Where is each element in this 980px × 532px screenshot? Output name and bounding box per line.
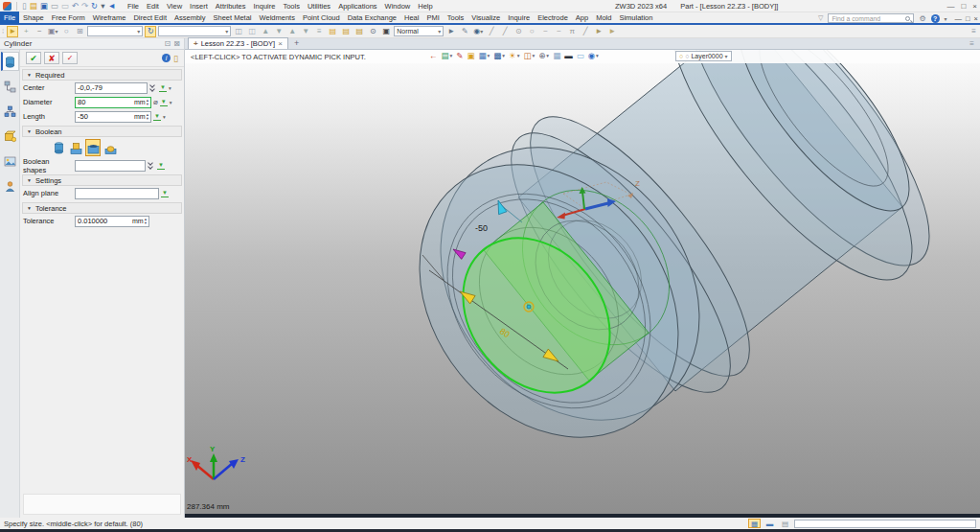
status-toggle-icon[interactable]: ▬ bbox=[763, 519, 776, 528]
close-button[interactable]: × bbox=[972, 2, 977, 11]
pick-caret-icon[interactable]: ▾ bbox=[170, 100, 172, 105]
ribbon-tab[interactable]: Visualize bbox=[467, 12, 504, 24]
pick-caret-icon[interactable]: ▾ bbox=[169, 85, 171, 91]
help-dropdown-caret-icon[interactable]: ▾ bbox=[945, 15, 947, 22]
restore-button[interactable]: □ bbox=[961, 2, 966, 11]
toolbar-icon[interactable]: ► bbox=[606, 26, 618, 37]
viewport-toolbar-icon[interactable]: ✎ bbox=[456, 51, 463, 60]
viewport-toolbar-icon[interactable]: ◫▾ bbox=[523, 51, 535, 60]
role-user-icon[interactable] bbox=[1, 176, 19, 196]
menu-item[interactable]: Inquire bbox=[250, 2, 280, 11]
report-page-icon[interactable]: ▯ bbox=[173, 54, 178, 63]
ok-button[interactable]: ✔ bbox=[26, 52, 41, 64]
qat-icon[interactable]: ◄ bbox=[107, 1, 115, 12]
ribbon-tab[interactable]: Tools bbox=[444, 12, 468, 24]
qat-icon[interactable]: ▤ bbox=[30, 1, 37, 12]
qat-icon[interactable]: ↷ bbox=[81, 1, 88, 12]
pick-caret-icon[interactable]: ▾ bbox=[163, 114, 166, 120]
toolbar-icon[interactable]: ▤ bbox=[353, 26, 365, 37]
toolbar-grip[interactable]: ⁞ bbox=[2, 27, 4, 35]
unfold-icon[interactable] bbox=[148, 161, 155, 171]
tolerance-input[interactable]: 0.010000 mm ▴▾ bbox=[75, 216, 149, 227]
menu-item[interactable]: Applications bbox=[334, 2, 380, 11]
history-combo[interactable]: ▾ bbox=[158, 26, 231, 36]
mdi-minimize-button[interactable]: — bbox=[955, 14, 963, 23]
toolbar-icon[interactable]: ⊙ bbox=[367, 26, 378, 37]
ribbon-tab[interactable]: File bbox=[0, 12, 19, 24]
boolean-intersect-button[interactable] bbox=[103, 139, 118, 156]
toolbar-icon[interactable]: ▼ bbox=[300, 26, 311, 37]
viewport-toolbar-icon[interactable]: ▭ bbox=[577, 51, 584, 60]
viewport-toolbar-icon[interactable]: ▬ bbox=[564, 51, 573, 60]
info-icon[interactable]: i bbox=[162, 54, 171, 62]
ribbon-tab[interactable]: App bbox=[572, 12, 592, 24]
diameter-symbol-icon[interactable]: ⌀ bbox=[153, 98, 158, 106]
toolbar-icon[interactable]: ○ bbox=[60, 26, 72, 37]
unfold-icon[interactable] bbox=[149, 83, 157, 93]
ribbon-tab[interactable]: Data Exchange bbox=[344, 12, 400, 24]
ribbon-tab[interactable]: PMI bbox=[422, 12, 443, 24]
viewport-toolbar-icon[interactable]: ▦ bbox=[553, 51, 560, 60]
ribbon-tab[interactable]: Heal bbox=[400, 12, 422, 24]
toolbar-icon[interactable]: ▼ bbox=[273, 26, 285, 37]
document-tab-close-icon[interactable]: × bbox=[278, 39, 283, 48]
qat-icon[interactable]: ▣ bbox=[40, 1, 48, 12]
toolbar-icon[interactable]: ▲ bbox=[260, 26, 271, 37]
status-toggle-icon[interactable]: ▤ bbox=[779, 519, 791, 528]
ribbon-tab[interactable]: Sheet Metal bbox=[210, 12, 256, 24]
toolbar-icon[interactable]: ~ bbox=[553, 26, 564, 37]
ribbon-tab[interactable]: Simulation bbox=[615, 12, 656, 24]
toolbar-icon[interactable]: ▣ bbox=[380, 26, 392, 37]
menu-item[interactable]: File bbox=[124, 2, 143, 11]
toolbar-icon[interactable]: ╱ bbox=[499, 26, 511, 37]
boolean-shapes-input[interactable] bbox=[75, 160, 146, 172]
diameter-input[interactable]: 80 mm ▴▾ bbox=[75, 97, 151, 108]
boolean-remove-button[interactable] bbox=[85, 139, 101, 156]
ribbon-tab[interactable]: Free Form bbox=[48, 12, 89, 24]
toolbar-icon[interactable]: ► bbox=[593, 26, 604, 37]
boolean-add-button[interactable] bbox=[68, 139, 83, 156]
tabbar-overflow-icon[interactable]: ≡ bbox=[969, 39, 974, 48]
viewport-toolbar-icon[interactable]: ▣ bbox=[467, 51, 474, 60]
render-image-icon[interactable] bbox=[1, 151, 19, 171]
toolbar-icon[interactable]: ○ bbox=[526, 26, 537, 37]
toolbar-icon[interactable]: ► bbox=[445, 26, 457, 37]
toolbar-overflow-icon[interactable]: ≡ bbox=[971, 27, 976, 35]
mdi-close-button[interactable]: × bbox=[974, 14, 978, 23]
shape-pick-icon[interactable]: ▼ bbox=[157, 161, 165, 170]
minimize-button[interactable]: — bbox=[946, 2, 954, 11]
viewport-toolbar-icon[interactable]: ⊕▾ bbox=[538, 51, 549, 60]
section-tolerance[interactable]: ▼ Tolerance bbox=[22, 202, 182, 214]
assembly-nodes-icon[interactable] bbox=[1, 102, 19, 121]
new-tab-button[interactable]: + bbox=[294, 38, 299, 49]
ribbon-tab[interactable]: Direct Edit bbox=[129, 12, 171, 24]
qat-icon[interactable]: ▭ bbox=[51, 1, 58, 12]
toolbar-icon[interactable]: ▤ bbox=[340, 26, 352, 37]
toolbar-icon[interactable]: ◫ bbox=[246, 26, 258, 37]
qat-icon[interactable]: ↶ bbox=[72, 1, 79, 12]
qat-icon[interactable]: ↻ bbox=[91, 1, 98, 12]
ribbon-tab[interactable]: Mold bbox=[592, 12, 615, 24]
diameter-spinner[interactable]: ▴▾ bbox=[147, 99, 148, 105]
point-pick-icon[interactable]: ▼ bbox=[159, 83, 167, 92]
toolbar-icon[interactable]: ≡ bbox=[313, 26, 325, 37]
length-input[interactable]: -50 mm ▴▾ bbox=[75, 111, 151, 123]
shaft-model[interactable] bbox=[366, 50, 966, 489]
auto-regen-icon[interactable]: ↻ bbox=[145, 26, 156, 37]
menu-item[interactable]: Attributes bbox=[212, 2, 250, 11]
ribbon-tab[interactable]: Wireframe bbox=[89, 12, 130, 24]
toolbar-icon[interactable]: ▤ bbox=[327, 26, 338, 37]
cancel-button[interactable]: ✘ bbox=[44, 52, 59, 64]
ribbon-tab[interactable]: Electrode bbox=[534, 12, 572, 24]
section-settings[interactable]: ▼ Settings bbox=[22, 174, 182, 186]
cylinder-tool-icon[interactable] bbox=[1, 52, 19, 71]
status-input-field[interactable] bbox=[794, 520, 976, 528]
command-search-box[interactable]: Find a command bbox=[828, 13, 914, 23]
panel-pin-icon[interactable]: ⊡ bbox=[165, 39, 171, 48]
menu-item[interactable]: Window bbox=[381, 2, 415, 11]
viewport-toolbar-icon[interactable]: ☀▾ bbox=[509, 51, 519, 60]
center-input[interactable]: -0,0,-79 bbox=[75, 82, 148, 94]
viewport-toolbar-icon[interactable]: ▤▾ bbox=[442, 51, 453, 60]
toolbar-icon[interactable]: ◫ bbox=[233, 26, 244, 37]
document-tab[interactable]: + Lesson 22.Z3 - [BODY] × bbox=[188, 37, 288, 49]
